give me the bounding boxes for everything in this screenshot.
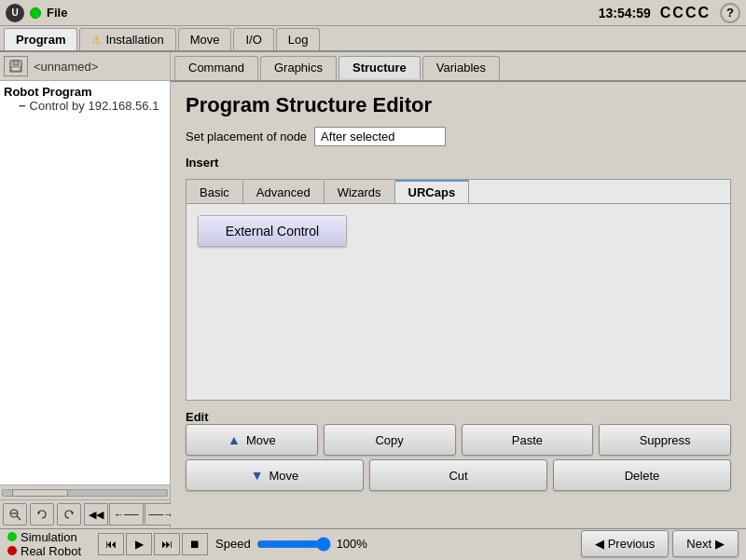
- nav-skip-start[interactable]: ◀◀: [84, 503, 108, 526]
- panel-title: Program Structure Editor: [186, 93, 731, 117]
- edit-label: Edit: [186, 410, 731, 424]
- edit-row1: ▲ Move Copy Paste Suppress: [186, 424, 731, 456]
- tab-variables[interactable]: Variables: [422, 56, 500, 80]
- edit-buttons: ▲ Move Copy Paste Suppress: [186, 424, 731, 491]
- tab-installation-label: Installation: [105, 33, 163, 47]
- select-wrapper: Before selected After selected As child …: [314, 127, 446, 146]
- cut-button[interactable]: Cut: [369, 459, 547, 491]
- speed-value: 100%: [337, 537, 367, 551]
- simulation-dot: [7, 532, 17, 541]
- real-robot-label: Real Robot: [21, 544, 81, 558]
- delete-button[interactable]: Delete: [553, 459, 731, 491]
- tab-log-label: Log: [288, 33, 309, 47]
- file-menu[interactable]: File: [47, 6, 67, 20]
- edit-row2: ▼ Move Cut Delete: [186, 459, 731, 491]
- nav-left[interactable]: ←──: [109, 503, 144, 526]
- tab-io[interactable]: I/O: [233, 28, 273, 50]
- skip-start-button[interactable]: ⏮: [98, 533, 124, 555]
- connection-status: CCCC: [660, 5, 711, 21]
- program-name: <unnamed>: [34, 60, 98, 74]
- next-label: Next: [686, 537, 711, 551]
- main-nav-tabs: Program ⚠ Installation Move I/O Log: [0, 26, 746, 52]
- redo-button[interactable]: [57, 503, 81, 526]
- insert-tab-advanced[interactable]: Advanced: [243, 180, 325, 203]
- tab-structure[interactable]: Structure: [338, 56, 421, 80]
- insert-tab-urcaps[interactable]: URCaps: [395, 180, 470, 203]
- sub-tabs: Command Graphics Structure Variables: [171, 52, 746, 80]
- program-tree: Robot Program − Control by 192.168.56.1: [0, 81, 170, 485]
- edit-section: Edit ▲ Move Copy Paste: [186, 410, 731, 491]
- placement-select[interactable]: Before selected After selected As child …: [314, 127, 446, 146]
- next-button[interactable]: Next ▶: [672, 530, 739, 557]
- nav-arrows: ◀◀ ←── ──→: [84, 503, 178, 526]
- insert-tab-basic[interactable]: Basic: [186, 180, 243, 203]
- top-bar-left: U File: [6, 4, 67, 22]
- play-button[interactable]: ▶: [126, 533, 152, 555]
- placement-label: Set placement of node: [186, 130, 307, 143]
- simulation-label: Simulation: [21, 530, 77, 544]
- tree-minus-icon: −: [19, 99, 26, 113]
- tab-io-label: I/O: [245, 33, 261, 47]
- previous-button[interactable]: ◀ Previous: [581, 530, 670, 557]
- scrollbar-thumb[interactable]: [12, 489, 68, 497]
- sidebar-scrollbar[interactable]: [0, 485, 170, 499]
- svg-rect-1: [13, 61, 19, 65]
- cut-label: Cut: [449, 469, 467, 483]
- playback-controls: ⏮ ▶ ⏭ ⏹: [98, 533, 208, 555]
- stop-button[interactable]: ⏹: [182, 533, 208, 555]
- copy-button[interactable]: Copy: [324, 424, 456, 456]
- help-button[interactable]: ?: [720, 3, 740, 23]
- external-control-button[interactable]: External Control: [198, 215, 347, 247]
- tab-move-label: Move: [190, 33, 220, 47]
- clock: 13:54:59: [599, 6, 651, 20]
- tab-graphics-label: Graphics: [274, 61, 323, 75]
- svg-line-4: [17, 516, 21, 520]
- scrollbar-track: [2, 489, 168, 497]
- tab-move[interactable]: Move: [178, 28, 232, 50]
- tree-root: Robot Program: [4, 85, 166, 99]
- sidebar: <unnamed> Robot Program − Control by 192…: [0, 52, 171, 528]
- arrow-up-icon: ▲: [228, 432, 241, 447]
- insert-tab-advanced-label: Advanced: [256, 185, 311, 199]
- tab-log[interactable]: Log: [276, 28, 321, 50]
- undo-button[interactable]: [30, 503, 54, 526]
- arrow-down-icon: ▼: [251, 468, 264, 483]
- panel: Program Structure Editor Set placement o…: [171, 80, 746, 528]
- tab-command[interactable]: Command: [174, 56, 258, 80]
- app-logo: U: [6, 4, 24, 22]
- move-up-label: Move: [246, 433, 276, 447]
- warn-icon: ⚠: [91, 34, 102, 47]
- tab-program-label: Program: [16, 33, 65, 47]
- suppress-label: Suppress: [640, 433, 691, 447]
- zoom-out-button[interactable]: [3, 503, 27, 526]
- speed-area: Speed 100%: [215, 537, 367, 552]
- speed-slider[interactable]: [256, 537, 331, 552]
- next-arrow-icon: ▶: [715, 537, 725, 551]
- svg-rect-2: [11, 67, 21, 71]
- save-button[interactable]: [4, 56, 28, 76]
- insert-tab-urcaps-label: URCaps: [408, 185, 456, 199]
- prev-arrow-icon: ◀: [595, 537, 604, 551]
- status-dot: [30, 7, 41, 19]
- content-area: <unnamed> Robot Program − Control by 192…: [0, 52, 746, 528]
- move-up-button[interactable]: ▲ Move: [186, 424, 318, 456]
- tab-installation[interactable]: ⚠ Installation: [79, 28, 175, 50]
- speed-label: Speed: [215, 537, 251, 551]
- suppress-button[interactable]: Suppress: [599, 424, 731, 456]
- tab-graphics[interactable]: Graphics: [260, 56, 337, 80]
- move-down-button[interactable]: ▼ Move: [186, 459, 364, 491]
- tab-command-label: Command: [188, 61, 244, 75]
- real-robot-status: Real Robot: [7, 544, 81, 558]
- skip-end-button[interactable]: ⏭: [154, 533, 180, 555]
- insert-tab-wizards[interactable]: Wizards: [325, 180, 395, 203]
- top-bar-right: 13:54:59 CCCC ?: [599, 3, 740, 23]
- tab-program[interactable]: Program: [4, 28, 77, 50]
- prev-next-controls: ◀ Previous Next ▶: [581, 530, 739, 557]
- paste-button[interactable]: Paste: [462, 424, 594, 456]
- insert-tabs-container: Basic Advanced Wizards URCaps External C…: [186, 179, 731, 401]
- move-down-label: Move: [269, 469, 299, 483]
- prev-label: Previous: [608, 537, 656, 551]
- sim-real-status: Simulation Real Robot: [7, 530, 81, 558]
- save-row: <unnamed>: [0, 52, 170, 81]
- main-area: Command Graphics Structure Variables Pro…: [171, 52, 746, 528]
